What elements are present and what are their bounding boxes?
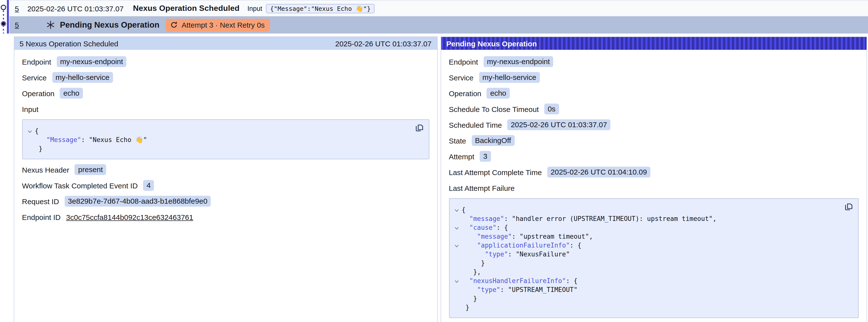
field-value-badge: echo bbox=[60, 88, 83, 99]
collapse-toggle[interactable] bbox=[454, 277, 462, 284]
event-input-label: Input bbox=[247, 5, 262, 12]
field-label: Nexus Header bbox=[22, 165, 69, 174]
json-line: } bbox=[454, 294, 851, 303]
json-text: } bbox=[466, 303, 469, 311]
json-line-content: "applicationFailureInfo": { bbox=[462, 242, 581, 249]
event-timestamp: 2025-02-26 UTC 01:03:37.07 bbox=[27, 4, 124, 12]
json-line-content: } bbox=[35, 145, 42, 152]
chevron-down-icon bbox=[454, 277, 459, 284]
field-label: State bbox=[449, 136, 466, 145]
event-detail-panel: 5 Nexus Operation Scheduled 2025-02-26 U… bbox=[13, 36, 437, 322]
json-text: : { bbox=[496, 224, 508, 231]
field-row: StateBackingOff bbox=[449, 135, 859, 146]
field-row: Endpointmy-nexus-endpoint bbox=[22, 56, 429, 67]
event-row[interactable]: 5 2025-02-26 UTC 01:03:37.07 Nexus Opera… bbox=[9, 0, 868, 16]
json-line-content: "type": "UPSTREAM_TIMEOUT" bbox=[462, 286, 578, 293]
field-value-badge: BackingOff bbox=[471, 135, 515, 146]
json-text: }, bbox=[473, 268, 481, 276]
field-row: Scheduled Time2025-02-26 UTC 01:03:37.07 bbox=[449, 119, 859, 130]
endpoint-id-link[interactable]: 3c0c75ccfa8144b092c13ce632463761 bbox=[66, 213, 193, 221]
event-detail-panel-header: 5 Nexus Operation Scheduled 2025-02-26 U… bbox=[14, 37, 437, 50]
event-detail-panel-body: Endpointmy-nexus-endpointServicemy-hello… bbox=[14, 50, 437, 235]
pending-operation-row[interactable]: 5 Pending Nexus Operation Attempt 3 · Ne… bbox=[9, 16, 868, 34]
pending-operation-panel: Pending Nexus Operation Endpointmy-nexus… bbox=[440, 36, 867, 322]
json-line-content: "message": "upstream timeout", bbox=[462, 232, 593, 240]
field-label: Attempt bbox=[449, 152, 474, 161]
field-row: Workflow Task Completed Event ID4 bbox=[22, 180, 429, 191]
retry-badge-label: Attempt 3 · Next Retry 0s bbox=[182, 21, 265, 29]
temporal-event-history-view: 5 2025-02-26 UTC 01:03:37.07 Nexus Opera… bbox=[0, 0, 868, 322]
json-text: : "UPSTREAM_TIMEOUT" bbox=[500, 286, 578, 293]
collapse-toggle[interactable] bbox=[454, 242, 462, 249]
json-key: "applicationFailureInfo" bbox=[477, 242, 570, 249]
json-text: } bbox=[39, 145, 43, 152]
field-label: Last Attempt Failure bbox=[449, 184, 515, 192]
event-detail-panel-title: 5 Nexus Operation Scheduled bbox=[20, 39, 118, 47]
field-row: Input bbox=[22, 103, 429, 115]
field-row: Attempt3 bbox=[449, 151, 859, 162]
json-line: "nexusHandlerFailureInfo": { bbox=[454, 276, 851, 285]
json-text: : { bbox=[570, 242, 581, 249]
copy-button[interactable] bbox=[845, 203, 854, 212]
json-key: "message" bbox=[477, 232, 512, 240]
json-line-content: "cause": { bbox=[462, 224, 508, 231]
field-value-badge: 2025-02-26 UTC 01:03:37.07 bbox=[507, 119, 611, 130]
json-line: "message": "upstream timeout", bbox=[454, 232, 851, 240]
field-row: Endpoint ID3c0c75ccfa8144b092c13ce632463… bbox=[22, 212, 429, 222]
pending-operation-panel-body: Endpointmy-nexus-endpointServicemy-hello… bbox=[441, 50, 867, 322]
chevron-down-icon bbox=[454, 224, 459, 231]
retry-icon bbox=[170, 21, 178, 29]
collapse-toggle[interactable] bbox=[454, 224, 462, 231]
field-row: Last Attempt Complete Time2025-02-26 UTC… bbox=[449, 167, 859, 178]
timeline-node-active-icon bbox=[1, 22, 6, 26]
collapse-toggle[interactable] bbox=[454, 206, 462, 213]
json-line-content: "message": "handler error (UPSTREAM_TIME… bbox=[462, 215, 716, 222]
json-text: } bbox=[473, 295, 477, 302]
pending-event-id-link[interactable]: 5 bbox=[15, 21, 19, 29]
collapse-toggle[interactable] bbox=[27, 127, 35, 134]
field-row: Last Attempt Failure bbox=[449, 183, 859, 193]
field-value-badge: 4 bbox=[143, 180, 154, 191]
pending-operation-title: Pending Nexus Operation bbox=[60, 20, 159, 30]
json-line: } bbox=[454, 258, 851, 267]
field-label: Endpoint ID bbox=[22, 213, 61, 221]
field-label: Request ID bbox=[22, 197, 59, 205]
json-key: "type" bbox=[485, 250, 508, 258]
event-detail-panel-timestamp: 2025-02-26 UTC 01:03:37.07 bbox=[335, 39, 432, 47]
json-line: } bbox=[454, 303, 851, 312]
chevron-down-icon bbox=[454, 206, 459, 213]
json-line: { bbox=[454, 205, 851, 214]
field-value-badge: 3 bbox=[479, 151, 491, 162]
field-label: Service bbox=[449, 73, 473, 82]
event-id-link[interactable]: 5 bbox=[15, 4, 19, 12]
field-value-badge: 3e829b7e-7d67-4b08-aad3-b1e868bfe9e0 bbox=[64, 196, 211, 206]
field-value-badge: present bbox=[75, 164, 106, 175]
event-input-chip[interactable]: {"Message":"Nexus Echo 👋"} bbox=[266, 4, 375, 13]
field-label: Operation bbox=[22, 89, 55, 97]
field-value-badge: echo bbox=[487, 88, 510, 99]
json-line-content: { bbox=[462, 206, 466, 213]
json-line-content: "type": "NexusFailure" bbox=[462, 250, 570, 258]
json-text: : "handler error (UPSTREAM_TIMEOUT): ups… bbox=[504, 215, 716, 222]
copy-icon bbox=[845, 203, 853, 212]
field-label: Input bbox=[22, 105, 38, 113]
field-value-badge: my-hello-service bbox=[52, 72, 113, 83]
field-label: Schedule To Close Timeout bbox=[449, 105, 539, 113]
field-label: Last Attempt Complete Time bbox=[449, 168, 542, 176]
json-text: : "Nexus Echo 👋" bbox=[81, 136, 147, 143]
json-line: "Message": "Nexus Echo 👋" bbox=[27, 135, 422, 144]
field-value-badge: 2025-02-26 UTC 01:04:10.09 bbox=[547, 167, 650, 178]
field-row: Schedule To Close Timeout0s bbox=[449, 103, 859, 115]
json-line: "cause": { bbox=[454, 223, 851, 232]
field-row: Endpointmy-nexus-endpoint bbox=[449, 56, 859, 67]
json-line: { bbox=[27, 126, 422, 135]
json-line-content: { bbox=[35, 127, 39, 134]
copy-button[interactable] bbox=[415, 124, 424, 133]
json-line: } bbox=[27, 144, 422, 153]
chevron-down-icon bbox=[454, 242, 459, 249]
active-event-accent-bar bbox=[7, 0, 9, 34]
json-text: : "NexusFailure" bbox=[508, 250, 570, 258]
detail-panels: 5 Nexus Operation Scheduled 2025-02-26 U… bbox=[13, 36, 867, 322]
json-line: "message": "handler error (UPSTREAM_TIME… bbox=[454, 214, 851, 223]
json-viewer: {"message": "handler error (UPSTREAM_TIM… bbox=[449, 198, 859, 318]
